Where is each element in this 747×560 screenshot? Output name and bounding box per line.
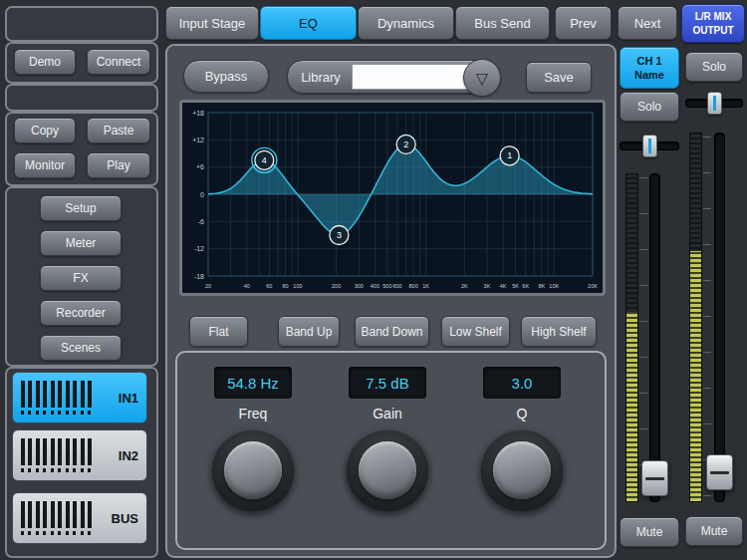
svg-text:300: 300: [355, 283, 364, 289]
eq-graph[interactable]: +18+12+60-6-12-1820406080100200300400500…: [179, 100, 606, 296]
lr-fader-track[interactable]: [714, 133, 725, 502]
svg-text:4K: 4K: [500, 283, 507, 289]
lr-fader-scale: [703, 137, 711, 496]
svg-text:8K: 8K: [538, 283, 545, 289]
gain-label: Gain: [349, 405, 426, 422]
svg-text:60: 60: [266, 283, 272, 289]
lr-level-meter: [689, 133, 702, 502]
channel-label: BUS: [112, 511, 138, 526]
svg-text:10K: 10K: [549, 283, 559, 289]
tab-eq[interactable]: EQ: [260, 6, 357, 40]
svg-text:+18: +18: [192, 110, 204, 117]
lr-mix-output-line2: OUTPUT: [692, 24, 733, 38]
lr-mix-output-line1: L/R MIX: [695, 10, 732, 24]
ch1-level-meter: [625, 173, 638, 502]
ch1-fader-handle[interactable]: [641, 460, 668, 496]
ch1-name-button[interactable]: CH 1 Name: [620, 47, 679, 89]
fx-button[interactable]: FX: [40, 265, 122, 291]
channel-meter-icon: [21, 436, 95, 474]
sidebar-panel-tools: Setup Meter FX Recorder Scenes: [5, 186, 158, 367]
bypass-button[interactable]: Bypass: [183, 60, 269, 93]
demo-button[interactable]: Demo: [14, 49, 76, 75]
svg-text:20: 20: [205, 283, 211, 289]
low-shelf-button[interactable]: Low Shelf: [441, 316, 510, 347]
lr-solo-button[interactable]: Solo: [685, 52, 743, 82]
svg-text:1: 1: [507, 150, 512, 160]
channel-item-in1[interactable]: IN1: [12, 372, 147, 423]
library-label: Library: [288, 61, 354, 93]
svg-text:400: 400: [371, 283, 379, 289]
q-knob[interactable]: [480, 428, 564, 512]
tab-bus-send[interactable]: Bus Send: [455, 6, 550, 40]
connect-button[interactable]: Connect: [87, 49, 150, 75]
freq-knob[interactable]: [211, 428, 295, 512]
svg-text:+6: +6: [196, 163, 204, 170]
paste-button[interactable]: Paste: [87, 118, 150, 143]
freq-value-display: 54.8 Hz: [214, 367, 292, 399]
sidebar-panel-channels: IN1 IN2 BUS: [5, 367, 158, 558]
dropdown-arrow-icon: ▽: [476, 69, 488, 88]
recorder-button[interactable]: Recorder: [40, 300, 122, 326]
svg-text:-12: -12: [194, 245, 204, 252]
prev-button[interactable]: Prev: [555, 6, 612, 40]
lr-pan-thumb[interactable]: [707, 92, 722, 115]
q-label: Q: [483, 405, 561, 422]
channel-label: IN1: [119, 391, 138, 406]
svg-text:3: 3: [337, 230, 342, 240]
svg-text:1K: 1K: [422, 283, 429, 289]
svg-text:-6: -6: [198, 218, 204, 225]
mixer-app: Input Stage EQ Dynamics Bus Send Prev Ne…: [0, 0, 747, 560]
svg-text:+12: +12: [192, 137, 204, 143]
play-button[interactable]: Play: [87, 152, 150, 178]
channel-meter-icon: [21, 499, 95, 537]
svg-text:0: 0: [200, 191, 204, 198]
gain-knob[interactable]: [346, 428, 429, 512]
channel-item-bus[interactable]: BUS: [12, 492, 147, 544]
ch1-name-line1: CH 1: [636, 54, 661, 68]
sidebar-panel-connection: Demo Connect: [5, 42, 158, 84]
channel-item-in2[interactable]: IN2: [12, 429, 147, 481]
band-down-button[interactable]: Band Down: [355, 316, 429, 347]
save-button[interactable]: Save: [526, 62, 592, 93]
next-button[interactable]: Next: [618, 6, 677, 40]
setup-button[interactable]: Setup: [40, 195, 122, 221]
band-up-button[interactable]: Band Up: [278, 316, 340, 347]
library-dropdown-button[interactable]: ▽: [463, 59, 501, 97]
lr-mute-button[interactable]: Mute: [685, 516, 743, 546]
tab-input-stage[interactable]: Input Stage: [165, 6, 259, 40]
ch1-mute-button[interactable]: Mute: [620, 517, 679, 547]
svg-text:100: 100: [293, 283, 302, 289]
sidebar-panel-edit: Copy Paste Monitor Play: [5, 112, 158, 186]
copy-button[interactable]: Copy: [14, 118, 76, 143]
lr-mix-output-button[interactable]: L/R MIX OUTPUT: [681, 4, 745, 43]
svg-text:40: 40: [244, 283, 250, 289]
sidebar-panel-top: [5, 6, 158, 42]
ch1-level-meter-fill: [626, 312, 637, 501]
eq-curve-svg: +18+12+60-6-12-1820406080100200300400500…: [182, 103, 603, 293]
ch1-pan-thumb[interactable]: [642, 135, 657, 157]
svg-text:20K: 20K: [588, 283, 598, 289]
svg-text:800: 800: [409, 283, 418, 289]
gain-value-display: 7.5 dB: [349, 367, 426, 399]
svg-text:500: 500: [382, 283, 391, 289]
lr-fader-handle[interactable]: [706, 454, 733, 490]
library-control: Library ▽: [287, 60, 500, 94]
eq-params-panel: 54.8 Hz Freq 7.5 dB Gain 3.0 Q: [175, 351, 607, 550]
monitor-button[interactable]: Monitor: [14, 152, 76, 178]
svg-text:600: 600: [392, 283, 401, 289]
svg-text:2K: 2K: [461, 283, 468, 289]
high-shelf-button[interactable]: High Shelf: [521, 316, 597, 347]
channel-meter-icon: [21, 379, 95, 417]
channel-label: IN2: [119, 448, 138, 463]
scenes-button[interactable]: Scenes: [40, 335, 122, 361]
ch1-solo-button[interactable]: Solo: [620, 92, 679, 122]
library-dropdown[interactable]: [352, 64, 471, 90]
ch1-fader-track[interactable]: [649, 173, 660, 502]
svg-text:3K: 3K: [484, 283, 491, 289]
svg-text:200: 200: [332, 283, 341, 289]
ch1-fader-scale: [639, 177, 647, 496]
meter-button[interactable]: Meter: [40, 230, 122, 256]
sidebar-panel-spacer: [5, 84, 158, 112]
flat-button[interactable]: Flat: [189, 316, 248, 347]
tab-dynamics[interactable]: Dynamics: [358, 6, 454, 40]
